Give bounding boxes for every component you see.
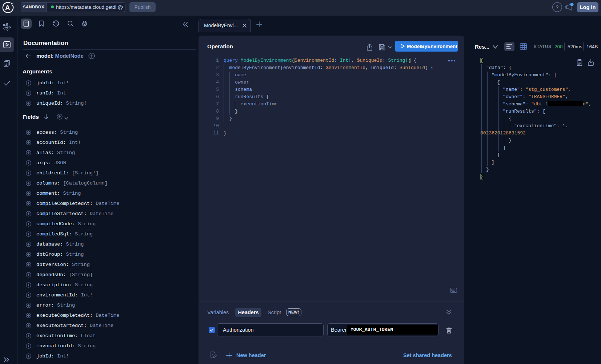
svg-text:?: ? — [556, 4, 559, 10]
svg-text:A: A — [5, 4, 10, 11]
